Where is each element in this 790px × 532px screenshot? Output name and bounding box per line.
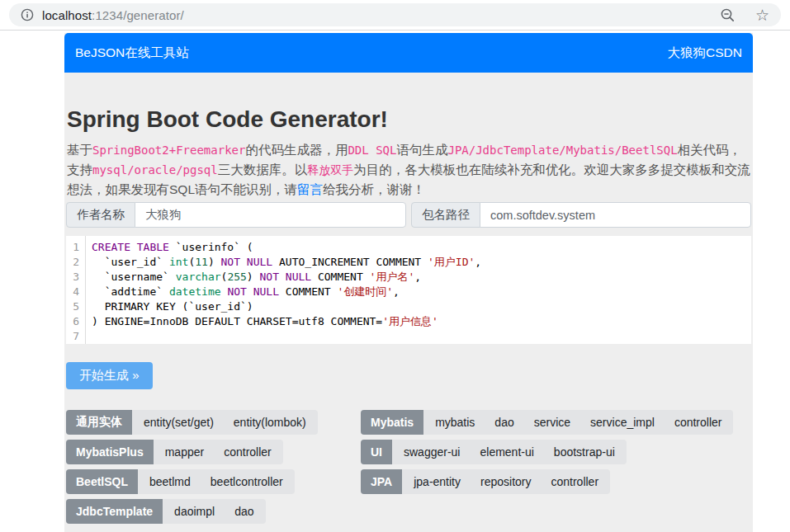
code-token: '用户名' xyxy=(370,271,415,283)
main-container: BeJSON在线工具站 大狼狗CSDN Spring Boot Code Gen… xyxy=(64,33,753,532)
code-token: int xyxy=(169,256,188,268)
site-navbar: BeJSON在线工具站 大狼狗CSDN xyxy=(64,33,753,73)
package-input[interactable] xyxy=(480,202,751,228)
code-token: `userinfo` ( xyxy=(169,241,253,253)
description-segment: 三大数据库。以 xyxy=(218,162,308,177)
template-group-badge: JPA xyxy=(361,469,402,494)
template-item-link[interactable]: entity(lombok) xyxy=(234,416,306,429)
code-token: '用户信息' xyxy=(382,315,438,327)
description-segment: DDL SQL xyxy=(348,144,396,157)
template-item-link[interactable]: beetlcontroller xyxy=(211,475,283,488)
navbar-brand-link[interactable]: BeJSON在线工具站 xyxy=(75,45,189,62)
code-line: CREATE TABLE `userinfo` ( xyxy=(92,240,751,255)
code-token: CREATE TABLE xyxy=(92,241,169,253)
template-item-link[interactable]: jpa-entity xyxy=(414,475,461,488)
template-group-row: UIswagger-uielement-uibootstrap-ui xyxy=(361,440,627,464)
description-segment: 释放双手 xyxy=(307,163,353,177)
description: 基于SpringBoot2+Freemarker的代码生成器，用DDL SQL语… xyxy=(67,140,750,199)
template-group-row: JdbcTemplatedaoimpldao xyxy=(66,499,266,524)
page-title: Spring Boot Code Generator! xyxy=(66,73,751,134)
template-item-list: mybatisdaoserviceservice_implcontroller xyxy=(423,410,733,435)
template-item-link[interactable]: repository xyxy=(480,475,531,488)
template-group-badge: Mybatis xyxy=(361,410,423,435)
code-token: , xyxy=(475,256,481,268)
description-segment: 基于 xyxy=(67,143,92,157)
editor-code: CREATE TABLE `userinfo` ( `user_id` int(… xyxy=(86,236,751,344)
template-item-link[interactable]: dao xyxy=(494,416,513,429)
template-item-link[interactable]: controller xyxy=(224,445,272,459)
code-line: `username` varchar(255) NOT NULL COMMENT… xyxy=(92,270,751,285)
url-text[interactable]: localhost:1234/generator/ xyxy=(42,8,712,22)
page-background: BeJSON在线工具站 大狼狗CSDN Spring Boot Code Gen… xyxy=(0,31,790,532)
template-column-left: 通用实体entity(set/get)entity(lombok)Mybatis… xyxy=(66,410,361,529)
code-token: COMMENT xyxy=(311,271,369,283)
editor-gutter: 1234567 xyxy=(66,236,86,344)
code-token: '用户ID' xyxy=(428,256,475,268)
line-number: 1 xyxy=(66,240,79,255)
code-token: , xyxy=(393,285,400,298)
package-input-group: 包名路径 xyxy=(411,202,751,228)
code-token: ) ENGINE=InnoDB DEFAULT CHARSET=utf8 COM… xyxy=(92,315,382,327)
info-icon[interactable] xyxy=(21,8,34,21)
code-token: NOT NULL xyxy=(221,256,273,268)
url-host: localhost xyxy=(42,8,92,22)
template-item-link[interactable]: service_impl xyxy=(590,416,655,429)
template-item-link[interactable]: controller xyxy=(551,475,598,488)
template-item-link[interactable]: beetlmd xyxy=(149,475,191,488)
template-item-link[interactable]: element-ui xyxy=(480,445,533,459)
template-item-link[interactable]: service xyxy=(534,416,570,429)
code-line xyxy=(92,329,751,344)
template-item-list: entity(set/get)entity(lombok) xyxy=(132,410,318,435)
content-area: Spring Boot Code Generator! 基于SpringBoot… xyxy=(64,73,753,532)
template-groups: 通用实体entity(set/get)entity(lombok)Mybatis… xyxy=(66,410,751,529)
code-token: datetime xyxy=(169,285,221,298)
template-item-link[interactable]: controller xyxy=(674,416,722,429)
code-token: `addtime` xyxy=(92,285,169,298)
line-number: 5 xyxy=(66,299,79,314)
line-number: 6 xyxy=(66,314,79,329)
line-number: 3 xyxy=(66,270,79,285)
code-token: `user_id` xyxy=(92,256,169,268)
settings-row: 作者名称 包名路径 xyxy=(66,202,751,228)
description-segment: JPA/JdbcTemplate/Mybatis/BeetlSQL xyxy=(447,144,677,157)
feedback-link[interactable]: 留言 xyxy=(297,182,323,196)
author-input[interactable] xyxy=(135,202,406,228)
bookmark-star-icon[interactable]: ☆ xyxy=(755,7,769,23)
navbar-csdn-link[interactable]: 大狼狗CSDN xyxy=(668,45,742,62)
code-token: ) xyxy=(247,271,260,283)
code-line: ) ENGINE=InnoDB DEFAULT CHARSET=utf8 COM… xyxy=(92,314,751,329)
description-segment: mysql/oracle/pgsql xyxy=(92,163,218,177)
code-token: varchar xyxy=(176,271,221,283)
code-token: AUTO_INCREMENT COMMENT xyxy=(272,256,428,268)
address-bar[interactable]: localhost:1234/generator/ ☆ xyxy=(9,3,781,26)
template-item-link[interactable]: mapper xyxy=(165,445,204,459)
browser-toolbar: localhost:1234/generator/ ☆ xyxy=(0,0,790,31)
template-item-link[interactable]: daoimpl xyxy=(174,505,215,518)
template-item-list: daoimpldao xyxy=(163,499,265,524)
code-token: 255 xyxy=(227,271,246,283)
code-token: COMMENT xyxy=(279,285,337,298)
template-item-link[interactable]: dao xyxy=(234,505,253,518)
template-group-badge: UI xyxy=(361,440,392,464)
template-group-badge: 通用实体 xyxy=(66,410,132,435)
template-item-link[interactable]: swagger-ui xyxy=(404,445,460,459)
template-group-row: JPAjpa-entityrepositorycontroller xyxy=(361,469,610,494)
code-line: `addtime` datetime NOT NULL COMMENT '创建时… xyxy=(92,285,751,299)
template-item-list: mappercontroller xyxy=(154,440,283,464)
line-number: 2 xyxy=(66,255,79,270)
line-number: 4 xyxy=(66,285,79,299)
author-input-group: 作者名称 xyxy=(66,202,406,228)
button-row: 开始生成 » xyxy=(66,362,751,389)
package-label: 包名路径 xyxy=(411,202,480,228)
template-item-link[interactable]: mybatis xyxy=(435,416,475,429)
sql-editor[interactable]: 1234567 CREATE TABLE `userinfo` ( `user_… xyxy=(66,236,751,344)
template-group-row: Mybatismybatisdaoserviceservice_implcont… xyxy=(361,410,733,435)
template-group-row: MybatisPlusmappercontroller xyxy=(66,440,283,464)
code-token: PRIMARY KEY (`user_id`) xyxy=(92,300,253,313)
template-item-link[interactable]: bootstrap-ui xyxy=(554,445,615,459)
template-item-list: swagger-uielement-uibootstrap-ui xyxy=(392,440,627,464)
code-token: NOT NULL xyxy=(260,271,312,283)
zoom-out-icon[interactable] xyxy=(720,7,736,23)
template-item-link[interactable]: entity(set/get) xyxy=(144,416,214,429)
generate-button[interactable]: 开始生成 » xyxy=(66,362,153,389)
